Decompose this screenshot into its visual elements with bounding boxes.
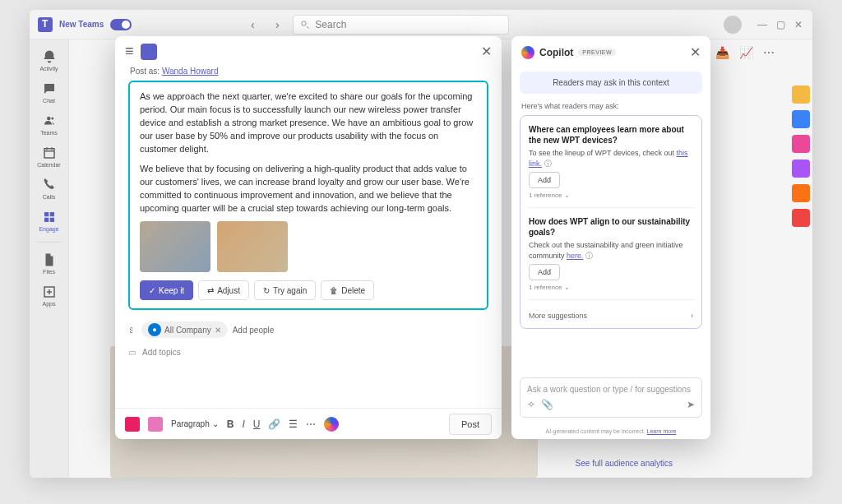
draft-paragraph: We believe that by focusing on deliverin… (140, 163, 477, 215)
suggestions-card: Where can employees learn more about the… (520, 115, 702, 329)
context-banner: Readers may ask in this context (520, 72, 702, 94)
preview-badge: PREVIEW (578, 49, 616, 56)
send-icon[interactable]: ➤ (687, 399, 695, 410)
praise-type-icon[interactable] (148, 417, 163, 432)
underline-button[interactable]: U (253, 418, 261, 430)
more-suggestions-button[interactable]: More suggestions› (529, 308, 693, 320)
link-button[interactable]: 🔗 (268, 418, 280, 430)
communities-icon: ᢄ (128, 326, 136, 335)
community-pill[interactable] (792, 135, 810, 153)
paragraph-style-select[interactable]: Paragraph ⌄ (171, 419, 219, 428)
suggestions-intro: Here's what readers may ask: (511, 97, 710, 115)
nav-activity[interactable]: Activity (31, 46, 67, 75)
nav-files[interactable]: Files (31, 249, 67, 278)
nav-apps[interactable]: Apps (31, 281, 67, 310)
topics-row: ▭ Add topics (115, 344, 502, 360)
community-pill[interactable] (792, 86, 810, 104)
community-pill[interactable] (792, 209, 810, 227)
nav-label: Engage (39, 226, 58, 232)
add-suggestion-button[interactable]: Add (529, 264, 560, 280)
inbox-icon[interactable]: 📥 (715, 46, 729, 59)
post-button[interactable]: Post (449, 414, 492, 435)
teams-logo-icon (38, 17, 53, 32)
back-button[interactable]: ‹ (243, 16, 261, 34)
add-people-input[interactable]: Add people (233, 326, 275, 335)
community-chip[interactable]: ● All Company ✕ (141, 321, 228, 338)
add-topics-input[interactable]: Add topics (142, 348, 181, 357)
new-teams-label: New Teams (59, 20, 104, 29)
suggestion-item: How does WPT align to our sustainability… (529, 216, 693, 291)
more-icon[interactable]: ⋯ (763, 46, 775, 59)
nav-engage[interactable]: Engage (31, 206, 67, 235)
community-pill[interactable] (792, 160, 810, 178)
chip-remove-icon[interactable]: ✕ (215, 326, 221, 335)
hamburger-icon[interactable]: ≡ (125, 43, 134, 60)
suggestion-link[interactable]: here. (567, 252, 584, 260)
sparkle-icon[interactable]: ✧ (527, 399, 535, 410)
forward-button[interactable]: › (268, 16, 286, 34)
profile-avatar[interactable] (724, 16, 742, 34)
try-again-button[interactable]: ↻ Try again (254, 280, 316, 300)
add-suggestion-button[interactable]: Add (529, 172, 560, 188)
list-button[interactable]: ☰ (289, 418, 298, 430)
ai-draft-area[interactable]: As we approach the next quarter, we're e… (128, 81, 488, 310)
community-pills (789, 86, 812, 227)
announcement-type-icon[interactable] (125, 417, 140, 432)
attached-image[interactable] (217, 221, 288, 272)
maximize-button[interactable]: ▢ (775, 19, 786, 30)
compose-modal: ≡ ✕ Post as: Wanda Howard As we approach… (115, 36, 502, 439)
suggestion-answer: To see the lineup of WPT devices, check … (529, 148, 693, 169)
copilot-input-placeholder: Ask a work question or type / for sugges… (527, 385, 695, 394)
search-input[interactable]: Search (293, 15, 509, 35)
italic-button[interactable]: I (242, 418, 244, 430)
nav-label: Chat (43, 98, 55, 104)
titlebar: New Teams ‹ › Search — ▢ ✕ (30, 10, 812, 39)
community-pill[interactable] (792, 110, 810, 128)
keep-it-button[interactable]: ✓ Keep it (140, 280, 193, 300)
adjust-button[interactable]: ⇄ Adjust (198, 280, 249, 300)
attached-images (140, 221, 477, 272)
learn-more-link[interactable]: Learn more (647, 428, 677, 434)
post-as-label: Post as: (130, 67, 160, 76)
nav-calendar[interactable]: Calendar (31, 142, 67, 171)
suggestion-question: Where can employees learn more about the… (529, 124, 693, 146)
audience-analytics-link[interactable]: See full audience analytics (576, 459, 673, 468)
new-teams-toggle[interactable] (110, 19, 132, 30)
copilot-input[interactable]: Ask a work question or type / for sugges… (520, 377, 702, 418)
reference-toggle[interactable]: 1 reference ⌄ (529, 192, 693, 199)
bold-button[interactable]: B (227, 418, 234, 430)
nav-teams[interactable]: Teams (31, 110, 67, 139)
draft-paragraph: As we approach the next quarter, we're e… (140, 90, 477, 156)
nav-label: Teams (40, 130, 58, 136)
analytics-icon[interactable]: 📈 (739, 46, 753, 59)
window-controls: — ▢ ✕ (756, 19, 804, 30)
copilot-logo-icon (521, 46, 534, 59)
chip-label: All Company (164, 326, 211, 335)
delete-button[interactable]: 🗑 Delete (321, 280, 374, 300)
nav-calls[interactable]: Calls (31, 174, 67, 203)
suggestion-question: How does WPT align to our sustainability… (529, 216, 693, 238)
copilot-panel: Copilot PREVIEW ✕ Readers may ask in thi… (511, 36, 710, 439)
compose-close-button[interactable]: ✕ (481, 44, 492, 59)
minimize-button[interactable]: — (756, 19, 768, 30)
citation-marker[interactable]: ⓘ (544, 160, 552, 168)
copilot-close-button[interactable]: ✕ (690, 44, 701, 60)
chevron-right-icon: › (691, 312, 693, 320)
reference-toggle[interactable]: 1 reference ⌄ (529, 284, 693, 291)
nav-label: Calendar (37, 162, 60, 168)
search-icon (300, 20, 310, 30)
post-as-user-link[interactable]: Wanda Howard (162, 67, 219, 76)
nav-chat[interactable]: Chat (31, 78, 67, 107)
citation-marker[interactable]: ⓘ (585, 252, 593, 260)
nav-label: Apps (43, 301, 56, 307)
more-format-button[interactable]: ⋯ (306, 418, 316, 430)
attached-image[interactable] (140, 221, 210, 272)
draft-actions: ✓ Keep it ⇄ Adjust ↻ Try again 🗑 Delete (140, 280, 477, 300)
attach-icon[interactable]: 📎 (541, 399, 553, 410)
nav-label: Activity (39, 66, 58, 72)
close-window-button[interactable]: ✕ (793, 19, 804, 30)
community-pill[interactable] (792, 184, 810, 202)
left-nav: Activity Chat Teams Calendar Calls Engag… (30, 39, 69, 478)
engage-app-icon (141, 44, 157, 60)
copilot-toolbar-icon[interactable] (324, 417, 339, 432)
